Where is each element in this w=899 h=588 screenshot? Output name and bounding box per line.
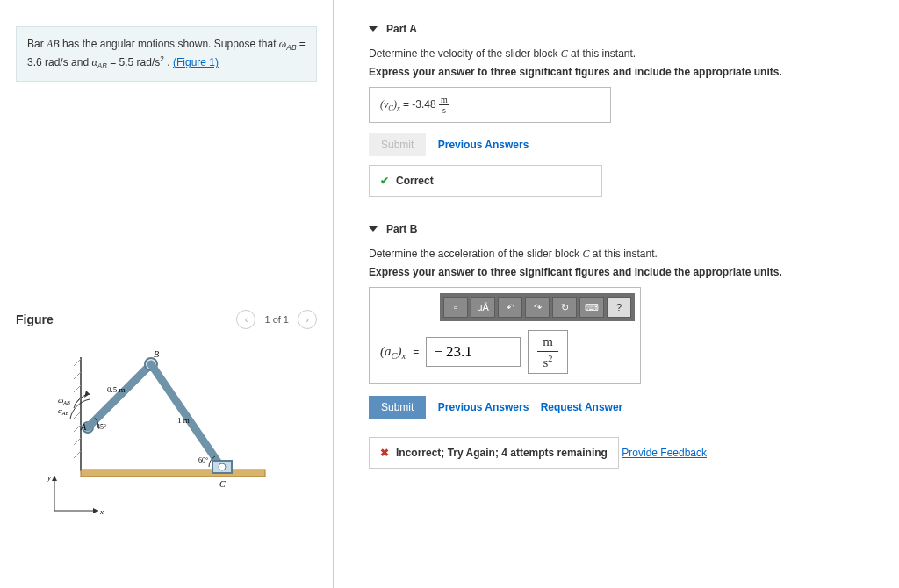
symbols-tool-icon[interactable]: μÅ <box>471 297 495 318</box>
part-a-instruction: Express your answer to three significant… <box>369 66 873 78</box>
part-a-prompt: Determine the velocity of the slider blo… <box>369 47 873 61</box>
part-a-answer-display: (vC)x = -3.48 ms <box>369 87 611 123</box>
provide-feedback-link[interactable]: Provide Feedback <box>622 447 707 459</box>
part-a-feedback: Correct <box>369 165 602 197</box>
template-tool-icon[interactable]: ▫ <box>443 297 468 318</box>
svg-line-1 <box>74 359 81 366</box>
svg-text:45°: 45° <box>97 423 106 431</box>
part-a-previous-answers-link[interactable]: Previous Answers <box>438 139 529 151</box>
part-b-previous-answers-link[interactable]: Previous Answers <box>438 401 529 413</box>
part-b-submit-button[interactable]: Submit <box>369 396 426 419</box>
svg-text:C: C <box>219 479 226 489</box>
svg-rect-9 <box>81 470 265 477</box>
figure-prev-button[interactable]: ‹ <box>236 310 255 329</box>
problem-statement: Bar AB has the angular motions shown. Su… <box>16 26 317 82</box>
part-b-feedback: Incorrect; Try Again; 4 attempts remaini… <box>369 437 619 469</box>
svg-marker-16 <box>84 391 90 398</box>
figure-diagram: A B C 0.5 m 1 m 45° 60° ωAB αAB x y <box>16 336 317 519</box>
svg-text:x: x <box>99 507 104 515</box>
reset-icon[interactable]: ↻ <box>552 297 577 318</box>
svg-line-7 <box>74 438 81 445</box>
svg-text:ωAB: ωAB <box>58 396 70 405</box>
svg-line-5 <box>74 412 81 419</box>
svg-text:1 m: 1 m <box>177 416 190 425</box>
collapse-icon <box>369 26 378 32</box>
svg-marker-20 <box>52 476 57 481</box>
svg-text:B: B <box>154 349 159 359</box>
svg-line-2 <box>74 372 81 379</box>
part-a-header[interactable]: Part A <box>369 23 873 35</box>
equation-toolbar: ▫ μÅ ↶ ↷ ↻ ⌨ ? <box>440 293 635 321</box>
part-b-instruction: Express your answer to three significant… <box>369 266 873 278</box>
svg-text:60°: 60° <box>198 456 208 464</box>
figure-next-button[interactable]: › <box>298 310 317 329</box>
part-b-header[interactable]: Part B <box>369 223 873 235</box>
figure-link[interactable]: (Figure 1) <box>173 56 219 68</box>
svg-point-15 <box>219 463 226 470</box>
part-b-request-answer-link[interactable]: Request Answer <box>541 401 623 413</box>
redo-icon[interactable]: ↷ <box>525 297 550 318</box>
undo-icon[interactable]: ↶ <box>498 297 522 318</box>
figure-page-indicator: 1 of 1 <box>264 314 289 325</box>
svg-text:A: A <box>80 422 87 432</box>
part-b-units-input[interactable]: m s2 <box>528 330 568 374</box>
svg-text:0.5 m: 0.5 m <box>107 385 126 394</box>
collapse-icon <box>369 226 378 232</box>
part-b-value-input[interactable] <box>426 337 521 367</box>
svg-line-6 <box>74 425 81 432</box>
svg-line-3 <box>74 385 81 392</box>
keyboard-icon[interactable]: ⌨ <box>579 297 604 318</box>
svg-marker-18 <box>93 508 98 513</box>
part-b-prompt: Determine the acceleration of the slider… <box>369 247 873 261</box>
part-a-submit-button: Submit <box>369 133 426 156</box>
part-b-answer-area: ▫ μÅ ↶ ↷ ↻ ⌨ ? (aC)x = m s2 <box>369 287 641 384</box>
help-icon[interactable]: ? <box>607 297 631 318</box>
svg-text:y: y <box>47 473 51 482</box>
svg-line-8 <box>74 451 81 458</box>
figure-title: Figure <box>16 312 54 326</box>
svg-line-11 <box>88 364 151 427</box>
svg-text:αAB: αAB <box>58 406 68 416</box>
